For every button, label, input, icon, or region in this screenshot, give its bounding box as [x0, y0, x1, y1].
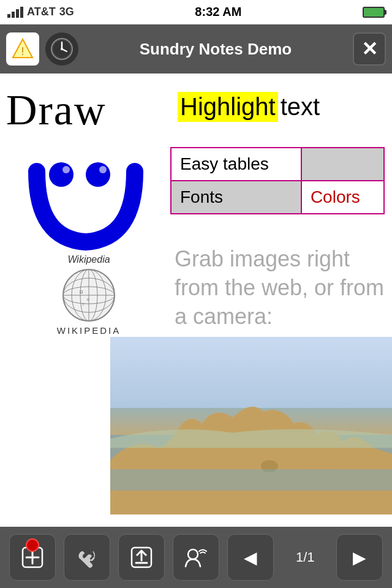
- highlight-word: Highlight: [178, 92, 278, 122]
- signal-bar-1: [7, 14, 10, 18]
- status-right: [363, 7, 385, 18]
- page-indicator: 1/1: [296, 549, 315, 565]
- status-left: AT&T 3G: [7, 6, 74, 18]
- svg-point-9: [62, 166, 70, 173]
- warning-icon: !: [6, 32, 39, 66]
- title-bar: ! Sundry Notes Demo ✕: [0, 24, 392, 74]
- svg-point-8: [86, 162, 110, 187]
- photo-section: [110, 337, 392, 514]
- network-label: 3G: [59, 6, 74, 18]
- svg-point-10: [99, 166, 107, 173]
- wikipedia-section: Wikipedia Ω II 7 WIKIPEDI: [6, 254, 172, 336]
- table-cell-fonts: Fonts: [171, 181, 301, 214]
- clock-icon: [45, 32, 78, 66]
- settings-button[interactable]: [64, 534, 110, 581]
- grab-text: Grab images right from the web, or from …: [175, 245, 389, 331]
- table-section: Easy tables Fonts Colors: [170, 147, 385, 214]
- signal-bar-3: [16, 9, 19, 18]
- logo-section: [6, 141, 165, 251]
- svg-rect-25: [110, 469, 392, 491]
- table-cell-easy-tables: Easy tables: [171, 148, 301, 181]
- landscape-photo: [110, 337, 392, 514]
- easy-table: Easy tables Fonts Colors: [170, 147, 385, 214]
- wikipedia-label: Wikipedia: [6, 254, 172, 265]
- page-indicator-container: 1/1: [282, 534, 328, 581]
- highlight-section: Highlight text: [178, 92, 386, 122]
- normal-word: text: [278, 92, 322, 122]
- draw-label: Draw: [6, 86, 106, 134]
- red-dot: [26, 538, 39, 552]
- cliffs-svg: [110, 399, 392, 515]
- prev-icon: ◀: [244, 548, 257, 568]
- svg-point-6: [61, 48, 63, 50]
- grab-text-section: Grab images right from the web, or from …: [175, 245, 389, 331]
- carrier-label: AT&T: [27, 6, 56, 18]
- time-label: 8:32 AM: [195, 5, 241, 19]
- next-button[interactable]: ▶: [336, 534, 383, 581]
- wikipedia-logo-container: Ω II 7 WIKIPEDIA: [6, 268, 172, 336]
- app-title: Sundry Notes Demo: [85, 40, 347, 59]
- bottom-toolbar: ◀ 1/1 ▶: [0, 527, 392, 588]
- battery-icon: [363, 7, 385, 18]
- upload-icon: [130, 546, 153, 569]
- close-button[interactable]: ✕: [353, 32, 386, 66]
- svg-point-32: [188, 549, 198, 559]
- wrench-icon: [76, 546, 98, 568]
- add-button[interactable]: [9, 534, 56, 581]
- svg-text:!: !: [21, 45, 24, 58]
- table-cell-gray-1: [301, 148, 384, 181]
- wikipedia-globe-icon: Ω II 7: [55, 268, 123, 323]
- wikipedia-name: WIKIPEDIA: [57, 325, 121, 336]
- prev-button[interactable]: ◀: [227, 534, 274, 581]
- emoji-logo-svg: [18, 141, 153, 251]
- svg-text:Ω: Ω: [80, 290, 83, 294]
- svg-text:II: II: [87, 298, 89, 301]
- svg-point-7: [49, 162, 74, 187]
- sky-layer: [110, 337, 392, 408]
- signal-bar-2: [12, 12, 15, 18]
- signal-bar-4: [20, 7, 23, 18]
- draw-section: Draw: [6, 86, 165, 135]
- signal-bars: [7, 7, 23, 18]
- person-icon: [184, 546, 208, 569]
- status-bar: AT&T 3G 8:32 AM: [0, 0, 392, 24]
- table-cell-colors: Colors: [301, 181, 384, 214]
- upload-button[interactable]: [118, 534, 165, 581]
- main-content: Draw Highlight text Easy tables Fonts: [0, 74, 392, 514]
- next-icon: ▶: [353, 548, 366, 568]
- person-button[interactable]: [173, 534, 219, 581]
